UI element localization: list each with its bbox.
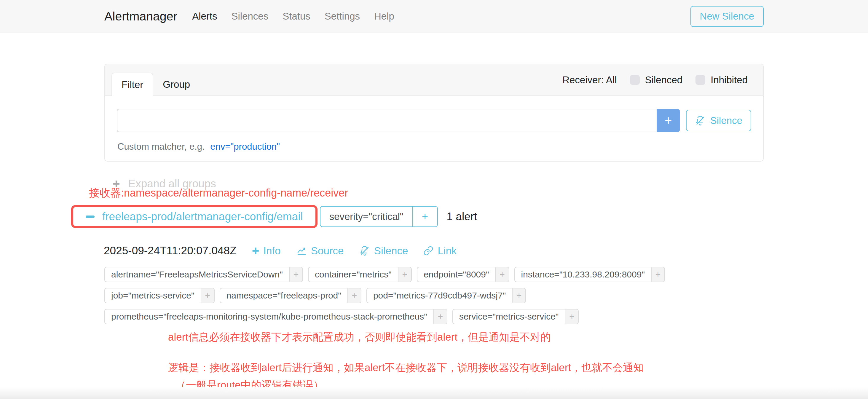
filter-card-header: Filter Group Receiver: All Silenced Inhi… xyxy=(105,64,763,96)
silence-button-label: Silence xyxy=(710,115,742,126)
navbar: Alertmanager Alerts Silences Status Sett… xyxy=(0,0,868,33)
collapse-minus-icon xyxy=(86,216,95,218)
label-tag: endpoint="8009" + xyxy=(417,267,509,282)
label-add-filter-button[interactable]: + xyxy=(201,288,214,303)
matcher-input[interactable] xyxy=(117,109,657,132)
label-add-filter-button[interactable]: + xyxy=(565,309,578,324)
alert-silence-button[interactable]: Silence xyxy=(359,245,408,257)
link-label: Link xyxy=(438,245,457,257)
inhibited-label: Inhibited xyxy=(711,74,748,86)
label-text: container="metrics" xyxy=(309,267,398,282)
filter-options: Receiver: All Silenced Inhibited xyxy=(562,64,748,95)
group-matcher-label[interactable]: severity="critical" xyxy=(320,207,412,226)
inhibited-checkbox[interactable] xyxy=(695,75,705,85)
label-text: prometheus="freeleaps-monitoring-system/… xyxy=(105,309,433,324)
annotation-config-note: alert信息必须在接收器下才表示配置成功，否则即使能看到alert，但是通知是… xyxy=(168,330,868,344)
group-matcher-tag: severity="critical" + xyxy=(320,206,438,227)
label-add-filter-button[interactable]: + xyxy=(495,267,509,282)
label-text: namespace="freeleaps-prod" xyxy=(220,288,347,303)
add-matcher-button[interactable]: + xyxy=(657,109,680,132)
label-tag: namespace="freeleaps-prod" + xyxy=(220,288,361,303)
silenced-label: Silenced xyxy=(645,74,683,86)
silenced-checkbox[interactable] xyxy=(630,75,640,85)
alert-group-header: freeleaps-prod/alertmanager-config/email… xyxy=(71,205,868,228)
label-add-filter-button[interactable]: + xyxy=(347,288,361,303)
silence-label: Silence xyxy=(374,245,408,257)
alert-row-actions: 2025-09-24T11:20:07.048Z + Info Source S… xyxy=(104,245,868,257)
silenced-toggle[interactable]: Silenced xyxy=(630,74,683,86)
alert-link-button[interactable]: Link xyxy=(423,245,457,257)
new-silence-button[interactable]: New Silence xyxy=(690,6,764,27)
label-text: job="metrics-service" xyxy=(105,288,201,303)
brand[interactable]: Alertmanager xyxy=(104,9,177,23)
filter-card: Filter Group Receiver: All Silenced Inhi… xyxy=(104,64,764,161)
info-label: Info xyxy=(263,245,280,257)
label-tag: instance="10.233.98.209:8009" + xyxy=(514,267,665,282)
tab-filter[interactable]: Filter xyxy=(112,73,153,96)
label-tag: prometheus="freeleaps-monitoring-system/… xyxy=(104,309,447,324)
label-text: instance="10.233.98.209:8009" xyxy=(515,267,651,282)
nav-silences[interactable]: Silences xyxy=(231,11,268,22)
bell-slash-icon xyxy=(695,115,706,126)
annotation-receiver-note: 接收器:namespace/altermanager-config-name/r… xyxy=(89,186,868,201)
label-text: service="metrics-service" xyxy=(453,309,565,324)
label-text: pod="metrics-77d9cdb497-wdsj7" xyxy=(367,288,512,303)
hint-text: Custom matcher, e.g. xyxy=(117,142,205,152)
alert-count: 1 alert xyxy=(447,211,477,223)
label-tag: container="metrics" + xyxy=(308,267,412,282)
plus-icon: + xyxy=(252,245,259,257)
alert-timestamp: 2025-09-24T11:20:07.048Z xyxy=(104,245,237,257)
group-matcher-add-button[interactable]: + xyxy=(412,207,437,226)
annotation-logic-note: 逻辑是：接收器收到alert后进行通知，如果alert不在接收器下，说明接收器没… xyxy=(168,361,868,375)
nav-status[interactable]: Status xyxy=(282,11,310,22)
label-tag: job="metrics-service" + xyxy=(104,288,215,303)
silence-from-filter-button[interactable]: Silence xyxy=(686,110,751,131)
label-add-filter-button[interactable]: + xyxy=(651,267,664,282)
alert-source-link[interactable]: Source xyxy=(296,245,344,257)
label-tag: service="metrics-service" + xyxy=(453,309,579,324)
nav-alerts[interactable]: Alerts xyxy=(192,11,217,22)
group-collapse-button[interactable]: freeleaps-prod/alertmanager-config/email xyxy=(74,208,314,225)
tab-group[interactable]: Group xyxy=(153,73,199,96)
label-add-filter-button[interactable]: + xyxy=(433,309,447,324)
annotation-highlight-box: freeleaps-prod/alertmanager-config/email xyxy=(71,205,317,228)
nav-help[interactable]: Help xyxy=(374,11,394,22)
source-label: Source xyxy=(311,245,344,257)
label-add-filter-button[interactable]: + xyxy=(512,288,525,303)
label-tag: alertname="FreeleapsMetricsServiceDown" … xyxy=(104,267,303,282)
link-icon xyxy=(423,246,433,256)
label-text: endpoint="8009" xyxy=(417,267,495,282)
label-add-filter-button[interactable]: + xyxy=(289,267,302,282)
bell-slash-icon xyxy=(359,245,370,256)
nav-settings[interactable]: Settings xyxy=(324,11,360,22)
inhibited-toggle[interactable]: Inhibited xyxy=(695,74,748,86)
label-text: alertname="FreeleapsMetricsServiceDown" xyxy=(105,267,289,282)
chart-line-icon xyxy=(296,245,307,256)
hint-example-link[interactable]: env="production" xyxy=(210,142,280,152)
label-tag: pod="metrics-77d9cdb497-wdsj7" + xyxy=(366,288,526,303)
bottom-strip xyxy=(0,387,868,399)
custom-matcher-hint: Custom matcher, e.g. env="production" xyxy=(117,142,751,152)
alert-labels: alertname="FreeleapsMetricsServiceDown" … xyxy=(104,267,674,324)
alert-info-button[interactable]: + Info xyxy=(252,245,281,257)
filter-card-body: + Silence Custom matcher, e.g. env="prod… xyxy=(105,96,763,161)
group-name: freeleaps-prod/alertmanager-config/email xyxy=(102,211,303,223)
label-add-filter-button[interactable]: + xyxy=(398,267,411,282)
receiver-selector[interactable]: Receiver: All xyxy=(562,74,617,86)
